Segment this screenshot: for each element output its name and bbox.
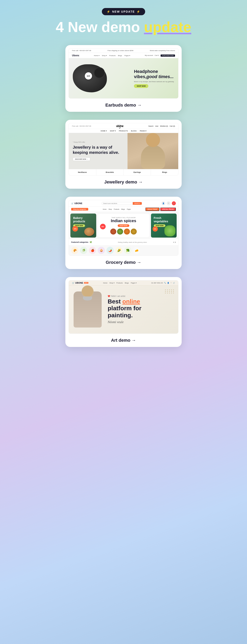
grocery-nav: Shop by categories Home Shop Products Bl… [69,207,178,212]
art-logo: UBONE [75,282,83,284]
purchase-now-button[interactable]: PURCHASE NOW [161,54,175,57]
spices-discount-badge: 30% [100,224,106,229]
feat-icon-8[interactable]: 🧀 [133,247,140,254]
deals-today-button[interactable]: DEALS TODAY [145,208,159,211]
art-text-block: ❤️ Hello! i am artist Best online platfo… [108,295,141,324]
my-account[interactable]: My account [145,54,153,57]
jewellery-preview: Free call: +98 634 4547 89 ub2ne Search … [65,120,182,176]
bolt-right-icon: ⚡ [137,10,140,13]
decorative-dots [165,290,174,294]
nav-blogs[interactable]: Blogs [118,55,122,56]
earbuds-actions: My account Cart 0 PURCHASE NOW [145,54,175,57]
art-nav-blogs[interactable]: Blogs [125,282,129,284]
art-nav-shop[interactable]: Shop ▾ [109,282,114,284]
j-nav-home[interactable]: HOME ▾ [101,130,107,132]
grocery-category-dropdown[interactable]: Shop by categories [71,208,88,210]
spices-label: THAT GIVES IT ALL ITS FLAVOR [111,217,136,218]
j-user[interactable]: User [155,125,158,127]
art-cart-icon[interactable]: 🛒 [173,282,175,284]
grocery-heart-icon: ♡ [167,201,171,205]
grocery-demo-link[interactable]: Grocery demo → [106,260,141,265]
jewellery-cat-necklaces[interactable]: Necklaces [69,169,96,175]
model-body [141,145,165,169]
art-main-nav: Home Shop ▾ Products Blogs Pages ▾ [103,282,137,284]
grocery-search-button[interactable]: SEARCH [133,202,142,205]
earbuds-preview: Free call: +98 634 4347 89 Free shipping… [65,45,182,98]
jewellery-nav-actions: Search User Wishlist (0) Cart (0) [148,125,175,127]
vegetables-title: Fresh vegetables [154,216,174,223]
bakery-title: Bakery products [73,216,93,223]
jewellery-main-nav: HOME ▾ SHOP ▾ PRODUCTS BLOGS PAGES ▾ [69,129,178,133]
earbuds-product-image: $199 [73,64,107,92]
earbuds-header: Free call: +98 634 4347 89 Free shipping… [69,48,178,53]
main-title: 4 New demo update [56,19,191,35]
spices-shop-now-button[interactable]: SHOP NOW [118,224,130,227]
feat-icon-6[interactable]: 🌽 [115,247,122,254]
jewellery-discover-button[interactable]: DISCOVER NOW → [73,158,90,161]
j-cart[interactable]: Cart (0) [170,125,175,127]
art-demo-link[interactable]: Art demo → [111,338,136,343]
jewellery-cat-bracelets[interactable]: Bracelets [96,169,124,175]
earbuds-product-container: $199 [73,64,107,92]
art-preview: 🛒 UBONE NEW Home Shop ▾ Products Blogs P… [65,277,182,334]
feat-icon-1[interactable]: 🥐 [71,247,78,254]
art-nav-home[interactable]: Home [103,282,107,284]
j-search[interactable]: Search [148,125,153,127]
featured-nav: ‹ › [173,241,176,244]
jewellery-phone: Free call: +98 634 4547 89 [72,125,91,127]
nav-products[interactable]: Products [109,55,116,56]
art-logo-container: 🛒 UBONE NEW [72,282,88,284]
g-nav-home[interactable]: Home [103,208,106,210]
art-badge: NEW [84,282,88,284]
grocery-featured-row: Featured categories 🌿 Eating healthy sta… [69,239,178,245]
g-nav-blogs[interactable]: Blogs [121,208,125,210]
j-nav-shop[interactable]: SHOP ▾ [110,130,116,132]
jewellery-logo: ub2ne [116,124,123,128]
g-nav-pages[interactable]: Pages [127,208,131,210]
nav-shop[interactable]: Shop ▾ [102,55,107,56]
jewellery-cat-rings[interactable]: Rings [151,169,178,175]
grocery-search-bar: SEARCH [102,202,142,205]
featured-next-arrow[interactable]: › [175,241,176,244]
jewellery-header: Free call: +98 634 4547 89 ub2ne Search … [69,123,178,129]
art-wishlist-icon[interactable]: ♡ [170,282,172,284]
earbuds-heading: Headphone vibes,good times... [134,69,174,80]
art-search-icon[interactable]: 🔍 [164,282,166,284]
feat-icon-7[interactable]: 🥦 [124,247,131,254]
feat-icon-5[interactable]: 🌶️ [106,247,114,254]
art-user-icon[interactable]: 👤 [167,282,169,284]
earbuds-demo-card: Free call: +98 634 4347 89 Free shipping… [65,45,182,112]
earbud-right [94,67,105,78]
feat-icon-2[interactable]: 🥬 [80,247,87,254]
jewellery-offer: * Enjoy 50% offer [73,141,124,143]
jewellery-cat-earrings[interactable]: Earrings [124,169,151,175]
jewellery-model-image [128,133,178,169]
j-nav-blogs[interactable]: BLOGS [131,130,137,132]
j-nav-products[interactable]: PRODUCTS [119,130,128,132]
art-nav-pages[interactable]: Pages ▾ [131,282,137,284]
featured-prev-arrow[interactable]: ‹ [173,241,174,244]
earbuds-demo-link[interactable]: Earbuds demo → [105,102,142,108]
j-nav-pages[interactable]: PAGES ▾ [140,130,146,132]
earbuds-shop-now-button[interactable]: SHOP NOW [134,84,148,88]
feat-icon-3[interactable]: 🍎 [89,247,96,254]
earbuds-hero: $199 Headphone vibes,good times... Music… [69,58,178,98]
cart[interactable]: Cart 0 [155,54,159,57]
earbuds-returns: World wide completely Free returns [150,50,175,52]
grocery-footer: Grocery demo → [65,256,182,269]
special-prices-button[interactable]: SPECIAL PRICES [160,208,176,211]
art-nav-products[interactable]: Products [116,282,123,284]
nav-pages[interactable]: Pages ▾ [124,55,130,56]
j-wishlist[interactable]: Wishlist (0) [160,125,168,127]
earbuds-footer: Earbuds demo → [65,98,182,112]
feat-icon-4[interactable]: 🧅 [98,247,105,254]
earbuds-text-block: Headphone vibes,good times... Music is m… [134,69,174,88]
art-header: 🛒 UBONE NEW Home Shop ▾ Products Blogs P… [69,280,178,286]
nav-home[interactable]: Home ▾ [94,55,99,56]
earbuds-nav-bar: Ubonε Home ▾ Shop ▾ Products Blogs Pages… [69,53,178,58]
grocery-hero-banners: Bakery products SHOP NOW 20% THAT GIVES … [69,212,178,239]
jewellery-demo-link[interactable]: Jewellery demo → [104,180,143,185]
grocery-search-input[interactable] [102,202,133,205]
g-nav-products[interactable]: Products [114,208,119,210]
g-nav-shop[interactable]: Shop [108,208,112,210]
